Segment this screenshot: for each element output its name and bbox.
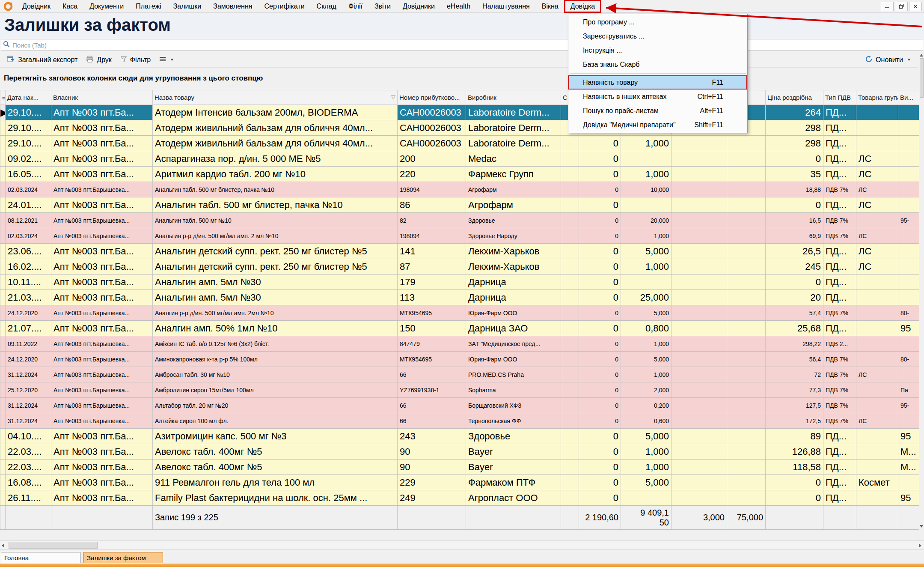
cell-price[interactable]: 16,5	[766, 213, 823, 228]
group-by-panel[interactable]: Перетягніть заголовок колонки сюди для у…	[0, 68, 924, 90]
cell-s[interactable]	[561, 151, 579, 167]
cell-manuf[interactable]: Дарница	[466, 275, 561, 290]
cell-extra[interactable]: 80-	[898, 352, 919, 367]
cell-extra[interactable]: М...	[898, 444, 919, 460]
cell-num[interactable]: 150	[398, 321, 466, 336]
cell-manuf[interactable]: Laboratoire Derm...	[466, 105, 561, 120]
cell-c10[interactable]	[671, 352, 727, 367]
cell-extra[interactable]: 95	[898, 429, 919, 444]
row-indicator[interactable]	[0, 321, 6, 336]
export-button[interactable]: Загальний експорт	[3, 54, 81, 66]
row-indicator[interactable]: ▶	[0, 105, 6, 120]
cell-date[interactable]: 16.02....	[6, 259, 51, 275]
cell-s[interactable]	[561, 244, 579, 259]
cell-price[interactable]: 25,68	[766, 321, 823, 336]
cell-c10[interactable]	[671, 244, 727, 259]
cell-num[interactable]: 86	[398, 197, 466, 213]
horizontal-scroll-thumb[interactable]	[9, 542, 98, 549]
cell-s[interactable]	[561, 182, 579, 197]
cell-date[interactable]: 31.12.2024	[6, 398, 51, 413]
table-row[interactable]: 02.03.2024Апт №003 пгт.Барышевка...Аналь…	[0, 182, 919, 197]
cell-date[interactable]: 22.03....	[6, 444, 51, 460]
cell-manuf[interactable]: Laboratoire Derm...	[466, 120, 561, 136]
cell-s[interactable]	[561, 429, 579, 444]
row-indicator[interactable]	[0, 382, 6, 398]
cell-c11[interactable]	[727, 228, 766, 244]
cell-c11[interactable]	[727, 398, 766, 413]
cell-group[interactable]	[856, 444, 898, 460]
cell-date[interactable]: 24.12.2020	[6, 305, 51, 321]
cell-date[interactable]: 21.07....	[6, 321, 51, 336]
cell-s[interactable]	[561, 213, 579, 228]
cell-manuf[interactable]: Лекхим-Харьков	[466, 259, 561, 275]
cell-price[interactable]: 0	[766, 151, 823, 167]
help-menu-item[interactable]: Довідка "Медичні препарати"Shift+F11	[568, 118, 747, 132]
cell-q1[interactable]: 0	[579, 290, 621, 305]
menubar-item-Сертифікати[interactable]: Сертифікати	[258, 0, 310, 12]
cell-c10[interactable]	[671, 382, 727, 398]
table-row[interactable]: 09.11.2022Апт №003 пгт.Барышевка...Амікс…	[0, 336, 919, 352]
tab-Залишки за фактом[interactable]: Залишки за фактом	[83, 552, 163, 563]
cell-vat[interactable]: ПД...	[823, 151, 856, 167]
cell-vat[interactable]: ПДВ 7%	[823, 182, 856, 197]
cell-num[interactable]: 198094	[398, 228, 466, 244]
cell-extra[interactable]	[898, 182, 919, 197]
cell-group[interactable]	[856, 429, 898, 444]
cell-c11[interactable]	[727, 244, 766, 259]
cell-vat[interactable]: ПД...	[823, 444, 856, 460]
cell-c11[interactable]	[727, 151, 766, 167]
cell-owner[interactable]: Апт №003 пгт.Барышевка...	[51, 182, 153, 197]
table-row[interactable]: 10.11....Апт №003 пгт.Ба...Анальгин амп.…	[0, 275, 919, 290]
cell-name[interactable]: Амбросан табл. 30 мг №10	[153, 367, 398, 382]
cell-name[interactable]: Атодерм Інтенсив бальзам 200мл, BIODERMA	[153, 105, 398, 120]
cell-owner[interactable]: Апт №003 пгт.Ба...	[51, 444, 153, 460]
cell-owner[interactable]: Апт №003 пгт.Барышевка...	[51, 398, 153, 413]
cell-q1[interactable]: 0	[579, 275, 621, 290]
cell-num[interactable]: 87	[398, 259, 466, 275]
cell-s[interactable]	[561, 167, 579, 182]
list-view-button[interactable]	[155, 54, 178, 66]
cell-num[interactable]: 847479	[398, 336, 466, 352]
menubar-item-eHealth[interactable]: eHealth	[441, 0, 476, 12]
cell-q2[interactable]: 1,000	[621, 336, 671, 352]
cell-manuf[interactable]: Здоровье Народу	[466, 228, 561, 244]
cell-name[interactable]: Анальгин амп. 5мл №30	[153, 290, 398, 305]
column-header-date[interactable]: Дата нак...	[6, 90, 51, 105]
table-row[interactable]: 04.10....Апт №003 пгт.Ба...Азитромицин к…	[0, 429, 919, 444]
cell-vat[interactable]: ПД...	[823, 290, 856, 305]
column-header-extra[interactable]: Ви...	[898, 90, 919, 105]
cell-price[interactable]: 57,4	[766, 305, 823, 321]
cell-price[interactable]: 0	[766, 475, 823, 490]
cell-price[interactable]: 0	[766, 275, 823, 290]
help-menu-item[interactable]: Про програму ...	[568, 15, 747, 29]
cell-extra[interactable]	[898, 228, 919, 244]
table-row[interactable]: 23.06....Апт №003 пгт.Ба...Анальгин детс…	[0, 244, 919, 259]
table-row[interactable]: 25.12.2020Апт №003 пгт.Барышевка...Амбро…	[0, 382, 919, 398]
cell-manuf[interactable]: Medac	[466, 151, 561, 167]
cell-c11[interactable]	[727, 490, 766, 506]
cell-extra[interactable]	[898, 336, 919, 352]
cell-q1[interactable]: 0	[579, 136, 621, 151]
cell-date[interactable]: 16.08....	[6, 475, 51, 490]
vertical-scroll-thumb[interactable]	[920, 58, 924, 98]
cell-group[interactable]: Космет	[856, 475, 898, 490]
cell-name[interactable]: Анальгин амп. 5мл №30	[153, 275, 398, 290]
cell-extra[interactable]: 80-	[898, 305, 919, 321]
cell-vat[interactable]: ПДВ 7%	[823, 367, 856, 382]
menubar-item-Каса[interactable]: Каса	[56, 0, 83, 12]
horizontal-scrollbar[interactable]	[0, 540, 924, 550]
table-row[interactable]: 22.03....Апт №003 пгт.Ба...Авелокс табл.…	[0, 460, 919, 475]
cell-date[interactable]: 10.11....	[6, 275, 51, 290]
cell-owner[interactable]: Апт №003 пгт.Ба...	[51, 197, 153, 213]
row-indicator[interactable]	[0, 336, 6, 352]
cell-s[interactable]	[561, 444, 579, 460]
cell-extra[interactable]	[898, 475, 919, 490]
sort-filter-icon[interactable]: ▽	[391, 94, 395, 100]
cell-price[interactable]: 264	[766, 105, 823, 120]
cell-price[interactable]: 172,5	[766, 413, 823, 429]
cell-vat[interactable]: ПД...	[823, 275, 856, 290]
print-button[interactable]: Друк	[82, 54, 116, 66]
cell-price[interactable]: 18,88	[766, 182, 823, 197]
cell-group[interactable]	[856, 275, 898, 290]
table-row[interactable]: 31.12.2024Апт №003 пгт.Барышевка...Амбро…	[0, 367, 919, 382]
